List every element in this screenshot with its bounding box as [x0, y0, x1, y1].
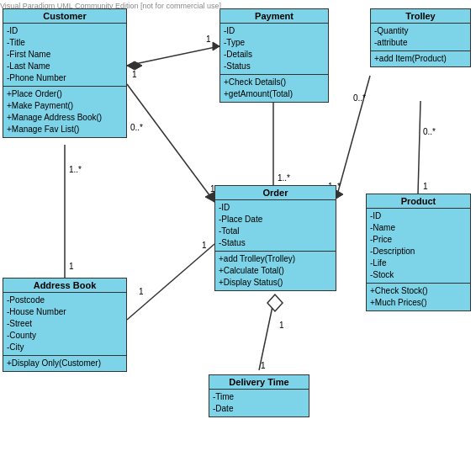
order-box: Order -ID -Place Date -Total -Status +ad…	[214, 185, 336, 291]
addressbook-attributes: -Postcode -House Number -Street -County …	[3, 293, 126, 356]
customer-methods: +Place Order() +Make Payment() +Manage A…	[3, 87, 126, 137]
svg-line-0	[127, 46, 219, 66]
svg-text:0..*: 0..*	[130, 123, 143, 132]
product-title: Product	[367, 194, 470, 209]
trolley-box: Trolley -Quantity -attribute +add Item(P…	[370, 8, 471, 67]
payment-attributes: -ID -Type -Details -Status	[220, 24, 328, 75]
svg-text:0..*: 0..*	[353, 93, 366, 103]
deliverytime-box: Delivery Time -Time -Date	[209, 374, 309, 417]
svg-text:1..*: 1..*	[69, 165, 82, 174]
product-box: Product -ID -Name -Price -Description -L…	[366, 194, 471, 311]
svg-text:1: 1	[423, 182, 428, 191]
product-attributes: -ID -Name -Price -Description -Life -Sto…	[367, 209, 470, 284]
order-methods: +add Trolley(Trolley) +Calculate Total()…	[215, 252, 336, 290]
order-title: Order	[215, 186, 336, 200]
payment-box: Payment -ID -Type -Details -Status +Chec…	[219, 8, 329, 103]
order-attributes: -ID -Place Date -Total -Status	[215, 200, 336, 252]
svg-text:1..*: 1..*	[278, 173, 290, 183]
svg-text:0..*: 0..*	[423, 127, 436, 136]
svg-marker-2	[213, 42, 219, 50]
deliverytime-attributes: -Time -Date	[209, 390, 309, 417]
addressbook-box: Address Book -Postcode -House Number -St…	[3, 278, 127, 372]
svg-marker-26	[267, 294, 283, 311]
svg-text:1: 1	[202, 241, 207, 250]
trolley-title: Trolley	[371, 9, 470, 24]
svg-text:1: 1	[69, 262, 74, 271]
svg-line-22	[127, 244, 214, 320]
svg-text:1: 1	[206, 34, 211, 44]
customer-title: Customer	[3, 9, 126, 24]
svg-line-25	[259, 294, 275, 370]
product-methods: +Check Stock() +Much Prices()	[367, 284, 470, 310]
payment-title: Payment	[220, 9, 328, 24]
svg-text:1: 1	[261, 361, 266, 370]
svg-text:1: 1	[132, 70, 137, 79]
svg-line-12	[336, 76, 370, 198]
svg-text:1: 1	[279, 321, 284, 330]
trolley-methods: +add Item(Product)	[371, 51, 470, 66]
payment-methods: +Check Details() +getAmount(Total)	[220, 75, 328, 102]
svg-text:1: 1	[139, 287, 144, 296]
svg-line-16	[418, 101, 420, 194]
customer-attributes: -ID -Title -First Name -Last Name -Phone…	[3, 24, 126, 87]
deliverytime-title: Delivery Time	[209, 375, 309, 390]
addressbook-methods: +Display Only(Customer)	[3, 356, 126, 371]
svg-line-8	[127, 84, 214, 202]
watermark: Visual Paradigm UML Community Edition [n…	[0, 2, 221, 10]
trolley-attributes: -Quantity -attribute	[371, 24, 470, 51]
addressbook-title: Address Book	[3, 279, 126, 293]
customer-box: Customer -ID -Title -First Name -Last Na…	[3, 8, 127, 138]
svg-marker-1	[127, 61, 142, 70]
